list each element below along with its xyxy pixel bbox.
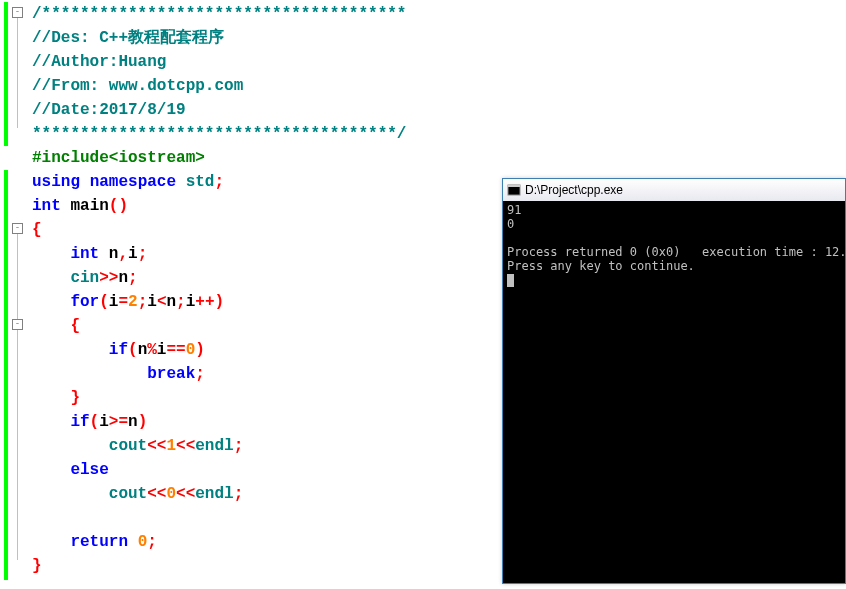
console-icon (507, 183, 521, 197)
fold-line (17, 234, 18, 560)
identifier: n (109, 245, 119, 263)
change-marker (4, 170, 8, 580)
keyword-namespace: namespace (90, 173, 176, 191)
console-line: 91 (507, 203, 521, 217)
paren-close: ) (215, 293, 225, 311)
console-line: Process returned 0 (0x0) execution time … (507, 245, 845, 259)
console-line: 0 (507, 217, 514, 231)
console-title: D:\Project\cpp.exe (525, 183, 623, 197)
brace-open: { (70, 317, 80, 335)
op-extract: >> (99, 269, 118, 287)
brace-close: } (32, 557, 42, 575)
identifier: i (128, 245, 138, 263)
svg-rect-1 (508, 185, 520, 187)
console-window[interactable]: D:\Project\cpp.exe 91 0 Process returned… (502, 178, 846, 584)
identifier-cin: cin (70, 269, 99, 287)
brace-close: } (70, 389, 80, 407)
keyword-if: if (70, 413, 89, 431)
identifier-std: std (186, 173, 215, 191)
editor-gutter: - - - (0, 0, 28, 589)
comment-line: //From: www.dotcpp.com (32, 77, 243, 95)
change-marker (4, 2, 8, 146)
semicolon: ; (214, 173, 224, 191)
identifier-main: main (70, 197, 108, 215)
paren-close: ) (118, 197, 128, 215)
comment-line: //Des: C++教程配套程序 (32, 29, 224, 47)
semicolon: ; (138, 245, 148, 263)
brace-open: { (32, 221, 42, 239)
keyword-int: int (32, 197, 61, 215)
keyword-int: int (70, 245, 99, 263)
comment-line: **************************************/ (32, 125, 406, 143)
console-titlebar[interactable]: D:\Project\cpp.exe (503, 179, 845, 201)
identifier-endl: endl (195, 485, 233, 503)
keyword-break: break (147, 365, 195, 383)
fold-toggle[interactable]: - (12, 7, 23, 18)
identifier-cout: cout (109, 437, 147, 455)
comma: , (118, 245, 128, 263)
keyword-if: if (109, 341, 128, 359)
comment-line: //Date:2017/8/19 (32, 101, 186, 119)
comment-line: //Author:Huang (32, 53, 166, 71)
number: 2 (128, 293, 138, 311)
number: 0 (186, 341, 196, 359)
console-cursor (507, 274, 514, 287)
fold-toggle[interactable]: - (12, 319, 23, 330)
identifier-cout: cout (109, 485, 147, 503)
preprocessor: #include<iostream> (32, 149, 205, 167)
comment-line: /************************************** (32, 5, 406, 23)
paren-open: ( (99, 293, 109, 311)
keyword-for: for (70, 293, 99, 311)
fold-line (17, 18, 18, 128)
identifier-endl: endl (195, 437, 233, 455)
fold-toggle[interactable]: - (12, 223, 23, 234)
paren-open: ( (109, 197, 119, 215)
keyword-using: using (32, 173, 80, 191)
console-output[interactable]: 91 0 Process returned 0 (0x0) execution … (503, 201, 845, 583)
semicolon: ; (128, 269, 138, 287)
keyword-else: else (70, 461, 108, 479)
console-line: Press any key to continue. (507, 259, 695, 273)
identifier: n (118, 269, 128, 287)
keyword-return: return (70, 533, 128, 551)
